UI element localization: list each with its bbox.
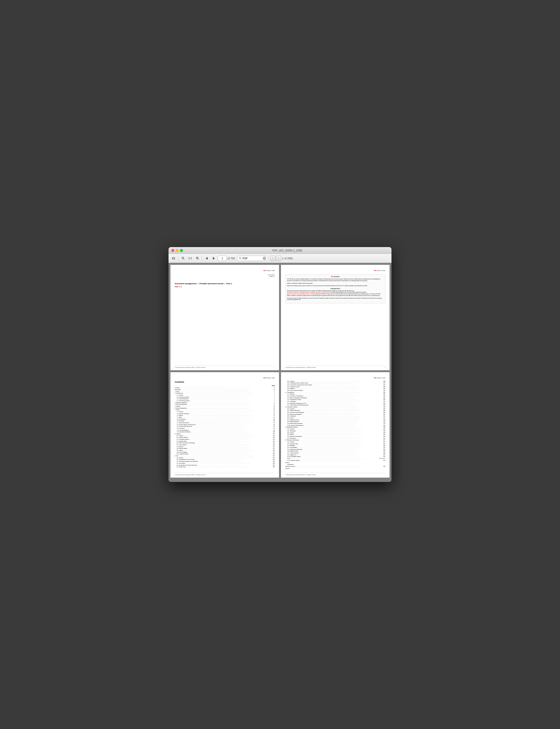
page-number-input[interactable] [218, 256, 227, 261]
date-label: 2008-7-1 [175, 276, 275, 278]
page-footer-1: © Adobe Systems Incorporated 2008 – All … [175, 365, 275, 368]
svg-line-14 [241, 259, 241, 260]
page-header-3: PDF 32000-1:2008 [175, 377, 275, 379]
toc-8-5: 8.5 Path Construction and Painting . . .… [175, 442, 275, 444]
toc-8: 8 Graphics . . . . . . . . . . . . . . .… [175, 433, 275, 435]
toc-7-4: 7.4 Filters . . . . . . . . . . . . . . … [175, 416, 275, 418]
document-subtitle: PDF 1.7 [175, 286, 275, 288]
toc-2-1: 2.1 General . . . . . . . . . . . . . . … [175, 394, 275, 396]
toc-right: 10.1 General . . . . . . . . . . . . . .… [285, 380, 385, 470]
search-clear-button[interactable]: ✕ [263, 257, 266, 260]
toc-14-2: 14.2 Procedure Sets . . . . . . . . . . … [285, 443, 385, 445]
page-footer-3: © Adobe Systems Incorporated 2008 – All … [175, 473, 275, 476]
svg-marker-12 [213, 257, 215, 260]
disclaimer-body-1: This PDF file may contain embedded typef… [287, 279, 384, 282]
toc-8-3: 8.3 Coordinate Systems . . . . . . . . .… [175, 438, 275, 440]
titlebar: PDF_ISO_32000-1_2008 [169, 247, 391, 254]
toc-12-1: 12.1 General . . . . . . . . . . . . . .… [285, 408, 385, 410]
toc-7-2: 7.2 Lexical Conventions . . . . . . . . … [175, 413, 275, 415]
close-button[interactable] [171, 249, 174, 252]
toc-7-8: 7.8 Content Streams and Resources . . . … [175, 424, 275, 426]
search-input[interactable] [243, 257, 262, 260]
app-window: PDF_ISO_32000-1_2008 1:1 [169, 247, 391, 482]
document-title: Document management — Portable document … [175, 283, 275, 285]
disclaimer-title: PDF disclaimer [287, 276, 384, 278]
edition-info: First Edition 2008-7-1 [175, 274, 275, 278]
actual-size-button[interactable]: 1:1 [187, 255, 193, 262]
toc-8-1: 8.1 General . . . . . . . . . . . . . . … [175, 435, 275, 437]
toc-3: 3 Normative references . . . . . . . . .… [175, 402, 275, 404]
toc-13-5: 13.5 Alternate Presentations . . . . . .… [285, 436, 385, 437]
page-brand-1: PDF 32000-1:2008 [263, 270, 275, 272]
toc-6: 6 Version Designations . . . . . . . . .… [175, 407, 275, 409]
toc-8-7: 8.7 Patterns . . . . . . . . . . . . . .… [175, 446, 275, 448]
toc-13-4: 13.4 Movies . . . . . . . . . . . . . . … [285, 434, 385, 436]
toc-8-9: 8.9 Images . . . . . . . . . . . . . . .… [175, 449, 275, 451]
footer-page-1: i [274, 366, 275, 368]
prev-page-button[interactable] [204, 255, 210, 262]
pdf-page-2: PDF 32000-1:2008 PDF disclaimer This PDF… [281, 265, 390, 370]
toc-7-12: 7.12 Extensions Dictionary . . . . . . .… [175, 431, 275, 433]
toc-11-6: 11.6 Specifying Transparency in PDF . . … [285, 402, 385, 404]
toc-12-8: 12.8 Digital Signatures . . . . . . . . … [285, 421, 385, 423]
toc-12: 12 Interactive Features . . . . . . . . … [285, 406, 385, 408]
toc-7-7: 7.7 Document Structure . . . . . . . . .… [175, 422, 275, 424]
toc-10-5: 10.5 Halftones . . . . . . . . . . . . .… [285, 388, 385, 390]
footer-copyright-3: © Adobe Systems Incorporated 2008 – All … [175, 474, 205, 476]
page-header-4: PDF 32000-1:2008 [285, 377, 385, 379]
disclaimer-body-2: Adobe is a trademark of Adobe Systems In… [287, 283, 384, 285]
svg-line-8 [198, 259, 199, 260]
zoom-out-button[interactable] [180, 255, 186, 262]
page-brand-2: PDF 32000-1:2008 [374, 270, 385, 272]
toolbar: 1:1 of 756 [169, 254, 391, 263]
minimize-button[interactable] [176, 249, 179, 252]
toc-13-1: 13.1 General . . . . . . . . . . . . . .… [285, 428, 385, 430]
contents-header: Page [175, 385, 275, 386]
pdf-content-area[interactable]: PDF 32000-1:2008 First Edition 2008-7-1 … [169, 263, 391, 482]
toc-12-9: 12.9 Measurement Properties . . . . . . … [285, 423, 385, 425]
footer-copyright-4: © Adobe Systems Incorporated 2008 – All … [285, 474, 316, 476]
maximize-button[interactable] [180, 249, 183, 252]
search-next-button[interactable]: › [276, 256, 281, 261]
toc-13-3: 13.3 Sounds . . . . . . . . . . . . . . … [285, 432, 385, 434]
pages-row-2: PDF 32000-1:2008 Contents Page Foreword.… [170, 372, 390, 477]
pages-row-1: PDF 32000-1:2008 First Edition 2008-7-1 … [170, 265, 390, 370]
toc-14-10: 14.10 . . . . . . . . . . . . . . . . . … [285, 458, 385, 460]
toc-10-6: 10.6 Scan Conversion Details . . . . . .… [285, 390, 385, 391]
search-prev-button[interactable]: ‹ [270, 256, 275, 261]
toc-7-6: 7.6 Encryption . . . . . . . . . . . . .… [175, 420, 275, 422]
footer-copyright-1: © Adobe Systems Incorporated 2008 – All … [175, 366, 205, 368]
toc-10-4: 10.4 Transfer Functions . . . . . . . . … [285, 386, 385, 388]
next-page-button[interactable] [211, 255, 217, 262]
toc-2-2: 2.2 Conforming readers . . . . . . . . .… [175, 396, 275, 398]
toc-14-9: 14.9 Accessibility Support . . . . . . .… [285, 456, 385, 458]
toc-7-10: 7.10 Functions . . . . . . . . . . . . .… [175, 427, 275, 429]
zoom-in-button[interactable] [194, 255, 200, 262]
disclaimer-box: PDF disclaimer This PDF file may contain… [285, 274, 385, 304]
toc-9-6: 9.6 Simple Fonts . . . . . . . . . . . .… [175, 466, 275, 468]
edition-label: First Edition [175, 274, 275, 276]
pdf-page-1: PDF 32000-1:2008 First Edition 2008-7-1 … [170, 265, 279, 370]
toc-11-4: 11.4 Transparency Groups . . . . . . . .… [285, 399, 385, 401]
toc-8-4: 8.4 Graphics State . . . . . . . . . . .… [175, 440, 275, 442]
sidebar-toggle-button[interactable] [170, 255, 177, 262]
toc-operator-summary: Operator Summary . . . . . . . . . . . .… [285, 466, 385, 467]
svg-point-13 [239, 257, 241, 259]
toc-12-5: 12.5 Annotations . . . . . . . . . . . .… [285, 415, 385, 417]
toc-annex-b: Annex B [285, 468, 385, 470]
toc-7-1: 7.1 General . . . . . . . . . . . . . . … [175, 411, 275, 413]
toc-11-3: 11.3 Basic Compositing Computations . . … [285, 397, 385, 399]
page-navigation [218, 256, 227, 261]
page-brand-4: PDF 32000-1:2008 [374, 377, 385, 379]
pdf-page-4: PDF 32000-1:2008 10.1 General . . . . . … [281, 372, 390, 477]
footer-page-2: ii [385, 366, 385, 368]
toc-7: 7 Syntax . . . . . . . . . . . . . . . .… [175, 409, 275, 411]
svg-line-5 [183, 259, 184, 260]
disclaimer-body-3: Details of the software products used to… [287, 285, 384, 287]
page-brand-3: PDF 32000-1:2008 [263, 377, 275, 379]
search-result-count: 1 of 2981 [282, 257, 293, 260]
toc-11: 11 Transparency . . . . . . . . . . . . … [285, 391, 385, 393]
toc-9-4: 9.4 Text Objects . . . . . . . . . . . .… [175, 462, 275, 464]
toc-9: 9 Text . . . . . . . . . . . . . . . . .… [175, 455, 275, 457]
toc-left: Foreword. . . . . . . . . . . . . . . . … [175, 387, 275, 468]
